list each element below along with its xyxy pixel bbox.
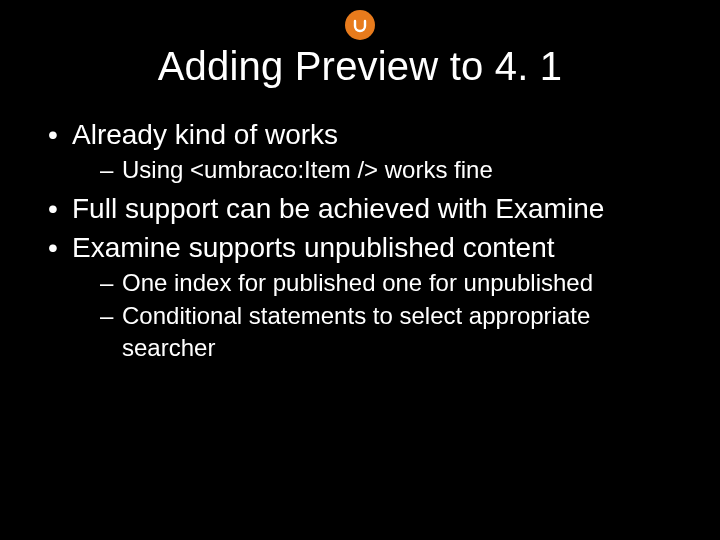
list-item: Full support can be achieved with Examin…	[48, 191, 690, 226]
list-item: One index for published one for unpublis…	[100, 267, 690, 298]
umbraco-logo-icon	[345, 10, 375, 40]
list-item: Conditional statements to select appropr…	[100, 300, 690, 362]
bullet-text: Full support can be achieved with Examin…	[72, 193, 604, 224]
list-item: Already kind of works Using <umbraco:Ite…	[48, 117, 690, 185]
bullet-text: Using <umbraco:Item /> works fine	[122, 156, 493, 183]
bullet-list: Already kind of works Using <umbraco:Ite…	[30, 117, 690, 363]
bullet-text: One index for published one for unpublis…	[122, 269, 593, 296]
bullet-text: Already kind of works	[72, 119, 338, 150]
slide: Adding Preview to 4. 1 Already kind of w…	[0, 0, 720, 540]
sub-bullet-list: One index for published one for unpublis…	[72, 267, 690, 363]
bullet-text: Conditional statements to select appropr…	[122, 302, 590, 360]
list-item: Examine supports unpublished content One…	[48, 230, 690, 363]
sub-bullet-list: Using <umbraco:Item /> works fine	[72, 154, 690, 185]
list-item: Using <umbraco:Item /> works fine	[100, 154, 690, 185]
logo-wrap	[30, 0, 690, 40]
bullet-text: Examine supports unpublished content	[72, 232, 555, 263]
slide-title: Adding Preview to 4. 1	[30, 44, 690, 89]
